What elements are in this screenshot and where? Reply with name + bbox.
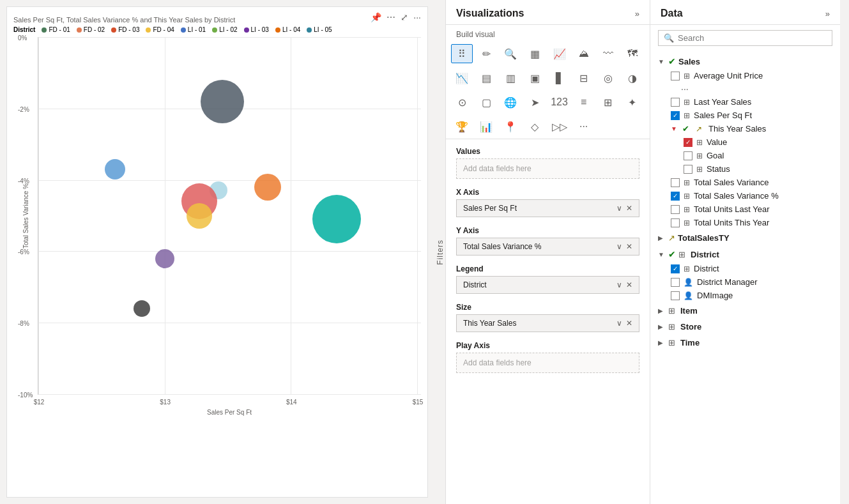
table-btn[interactable]: ≡ [573, 93, 595, 112]
arrow-btn[interactable]: ➤ [524, 93, 546, 112]
legend-expand-icon[interactable]: ∨ [616, 280, 622, 289]
avg-unit-price-checkbox[interactable] [671, 72, 680, 80]
gauge-btn[interactable]: ⊙ [451, 93, 473, 112]
legend-color-dot [244, 27, 249, 33]
yaxis-remove-icon[interactable]: ✕ [626, 242, 632, 251]
last-year-sales-checkbox[interactable] [671, 98, 680, 107]
map-btn[interactable]: 🗺 [622, 44, 643, 63]
matrix-btn[interactable]: ⊞ [597, 93, 619, 112]
paint-btn[interactable]: ◇ [524, 117, 546, 136]
dmimage-checkbox[interactable] [671, 291, 680, 300]
tree-item-status[interactable]: ⊞ Status [650, 162, 840, 176]
tree-item-last-year-sales[interactable]: ⊞ Last Year Sales [650, 95, 840, 109]
tree-group-total-sales-ty: ▶ ↗ TotalSalesTY [650, 231, 840, 245]
text-btn[interactable]: ✦ [622, 93, 643, 112]
district-checkbox[interactable]: ✓ [671, 264, 680, 273]
item-header[interactable]: ▶ ⊞ Item [650, 303, 840, 318]
analytics-btn[interactable]: 🔍 [500, 44, 521, 63]
location-btn[interactable]: 📍 [500, 117, 521, 136]
value-checkbox[interactable]: ✓ [684, 138, 692, 147]
xaxis-remove-icon[interactable]: ✕ [626, 204, 632, 213]
tree-item-total-sales-variance-pct[interactable]: ✓ ⊞ Total Sales Variance % [650, 189, 840, 202]
total-sales-ty-header[interactable]: ▶ ↗ TotalSalesTY [650, 231, 840, 245]
legend-item: LI - 03 [244, 26, 269, 33]
legend-remove-icon[interactable]: ✕ [626, 280, 632, 289]
scatter-chart-btn[interactable]: ⠿ [451, 44, 473, 63]
ellipsis-icon[interactable]: ··· [413, 12, 421, 22]
stacked2-btn[interactable]: ▤ [475, 68, 497, 88]
values-dropzone[interactable]: Add data fields here [456, 158, 639, 179]
num-btn[interactable]: 123 [549, 93, 570, 112]
x-tick: $13 [160, 399, 171, 406]
filters-panel[interactable]: Filters [434, 0, 446, 504]
waterfall-btn[interactable]: ▥ [500, 68, 521, 88]
store-header[interactable]: ▶ ⊞ Store [650, 319, 840, 334]
stacked-bar-btn[interactable]: ▦ [524, 44, 546, 63]
gridline: $13 [165, 37, 165, 394]
donut-btn[interactable]: ◎ [597, 68, 619, 88]
expand-icon[interactable]: ⤢ [401, 12, 408, 22]
total-sales-variance-pct-label: Total Sales Variance % [694, 191, 779, 201]
chart-plot: 0% -2% -4% -6% -8% -10% [38, 37, 421, 395]
search-input[interactable] [678, 33, 827, 43]
forward-btn[interactable]: ▷▷ [549, 117, 570, 136]
tree-item-goal[interactable]: ⊞ Goal [650, 149, 840, 162]
sales-group-label: Sales [678, 57, 700, 66]
this-year-sales-chevron[interactable]: ▼ [671, 125, 678, 132]
total-sales-variance-checkbox[interactable] [671, 178, 680, 187]
tree-item-total-units-last-year[interactable]: ⊞ Total Units Last Year [650, 202, 840, 216]
card-btn[interactable]: ▢ [475, 93, 497, 112]
data-expand-icon[interactable]: » [825, 9, 830, 19]
chart2-btn[interactable]: 📊 [475, 117, 497, 136]
viz-icon-grid-row1: ⠿ ✏ 🔍 ▦ 📈 ⛰ 〰 🗺 [451, 42, 645, 66]
size-remove-icon[interactable]: ✕ [626, 319, 632, 328]
tree-group-sales-header[interactable]: ▼ ✔ Sales [650, 54, 840, 69]
kpi-btn[interactable]: 🌐 [500, 93, 521, 112]
tree-item-value[interactable]: ✓ ⊞ Value [650, 135, 840, 149]
visualizations-panel: Visualizations » Build visual ⠿ ✏ 🔍 ▦ 📈 … [446, 0, 650, 504]
more-btn[interactable]: ··· [573, 117, 595, 136]
legend-section: Legend District ∨ ✕ [446, 262, 650, 300]
playaxis-dropzone[interactable]: Add data fields here [456, 353, 639, 373]
tree-item-avg-unit-price[interactable]: ⊞ Average Unit Price [650, 69, 840, 82]
tree-item-sales-per-sq-ft[interactable]: ✓ ⊞ Sales Per Sq Ft [650, 109, 840, 122]
bar3-btn[interactable]: ▋ [549, 68, 570, 88]
tree-item-total-sales-variance[interactable]: ⊞ Total Sales Variance [650, 176, 840, 189]
funnel-btn[interactable]: ⊟ [573, 68, 595, 88]
tree-item-this-year-sales[interactable]: ▼ ✔ ↗ This Year Sales [650, 122, 840, 135]
sales-per-sq-ft-checkbox[interactable]: ✓ [671, 111, 680, 120]
total-sales-variance-pct-checkbox[interactable]: ✓ [671, 192, 680, 201]
district-manager-checkbox[interactable] [671, 278, 680, 287]
xaxis-expand-icon[interactable]: ∨ [616, 204, 622, 213]
bubble [187, 203, 212, 229]
tree-item-dmimage[interactable]: 👤 DMImage [650, 289, 840, 302]
bar-chart-btn[interactable]: ✏ [475, 44, 497, 63]
more-options-icon[interactable]: ⋯ [386, 12, 395, 22]
pin-icon[interactable]: 📌 [371, 12, 381, 22]
legend-item: LI - 01 [181, 26, 206, 33]
district-header[interactable]: ▼ ✔ ⊞ District [650, 247, 840, 262]
viz-expand-icon[interactable]: » [635, 9, 639, 19]
total-units-last-year-checkbox[interactable] [671, 205, 680, 214]
legend-color-dot [275, 27, 280, 33]
area2-btn[interactable]: 📉 [451, 68, 473, 88]
heat-btn[interactable]: ▣ [524, 68, 546, 88]
time-header[interactable]: ▶ ⊞ Time [650, 335, 840, 350]
award-btn[interactable]: 🏆 [451, 117, 473, 136]
tree-item-district[interactable]: ✓ ⊞ District [650, 262, 840, 275]
tree-item-total-units-this-year[interactable]: ⊞ Total Units This Year [650, 216, 840, 229]
line2-btn[interactable]: 〰 [597, 44, 619, 63]
yaxis-expand-icon[interactable]: ∨ [616, 242, 622, 251]
goal-checkbox[interactable] [684, 151, 692, 160]
legend-color-dot [181, 27, 186, 33]
total-units-this-year-checkbox[interactable] [671, 218, 680, 227]
area-chart-btn[interactable]: ⛰ [573, 44, 595, 63]
size-value: This Year Sales [463, 319, 516, 328]
viz-icons-section: ⠿ ✏ 🔍 ▦ 📈 ⛰ 〰 🗺 📉 ▤ ▥ ▣ ▋ ⊟ ◎ ◑ ⊙ ▢ 🌐 ➤ … [446, 42, 650, 139]
line-chart-btn[interactable]: 📈 [549, 44, 570, 63]
tree-item-district-manager[interactable]: 👤 District Manager [650, 275, 840, 289]
this-year-sales-group-icon: ✔ [682, 124, 689, 134]
pie-btn[interactable]: ◑ [622, 68, 643, 88]
status-checkbox[interactable] [684, 165, 692, 174]
size-expand-icon[interactable]: ∨ [616, 319, 622, 328]
